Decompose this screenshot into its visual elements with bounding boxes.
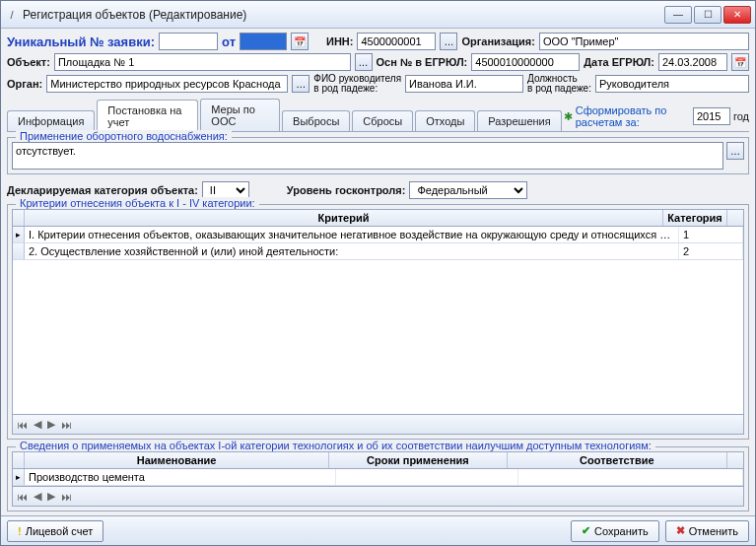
app-icon: / [5, 9, 19, 21]
table-row[interactable]: ▸ Производство цемента [13, 469, 743, 486]
inn-label: ИНН: [326, 35, 353, 47]
tech-col-match[interactable]: Соответствие [508, 452, 727, 468]
criteria-col-criterion[interactable]: Критерий [25, 210, 663, 226]
nav-last-icon[interactable]: ⏭ [61, 419, 72, 431]
save-button[interactable]: ✔ Сохранить [571, 520, 659, 542]
cancel-button[interactable]: ✖ Отменить [665, 520, 749, 542]
oborot-legend: Применение оборотного водоснабжения: [16, 130, 232, 142]
tab-info[interactable]: Информация [7, 110, 95, 131]
criteria-fieldset: Критерии отнесения объекта к I - IV кате… [7, 204, 749, 440]
row-indicator-icon: ▸ [13, 227, 25, 242]
tech-col-name[interactable]: Наименование [25, 452, 329, 468]
nav-first-icon[interactable]: ⏮ [17, 419, 28, 431]
uniq-label: Уникальный № заявки: [7, 34, 155, 49]
tab-permits[interactable]: Разрешения [477, 110, 561, 131]
inn-input[interactable] [357, 33, 436, 50]
oborot-fieldset: Применение оборотного водоснабжения: отс… [7, 137, 749, 174]
pos-label: Должность в род падеже: [527, 74, 591, 94]
tab-registration[interactable]: Постановка на учет [97, 100, 198, 132]
tab-oos[interactable]: Меры по ООС [200, 99, 280, 131]
footer: ! Лицевой счет ✔ Сохранить ✖ Отменить [1, 515, 755, 545]
row-indicator-icon: ▸ [13, 469, 25, 485]
criteria-col-category[interactable]: Категория [663, 210, 727, 226]
org-input[interactable] [539, 33, 749, 50]
ot-label: от [222, 34, 236, 49]
calc-suffix: год [733, 110, 749, 122]
maximize-button[interactable]: ☐ [694, 6, 722, 24]
tech-fieldset: Сведения о применяемых на объектах I-ой … [7, 446, 749, 512]
tab-discharges[interactable]: Сбросы [352, 110, 413, 131]
nav-prev-icon[interactable]: ◀ [34, 490, 41, 503]
window-title: Регистрация объектов (Редактирование) [23, 8, 664, 22]
calc-year-input[interactable] [693, 107, 730, 125]
calc-link[interactable]: Сформировать по расчетам за: [576, 104, 690, 128]
organ-input[interactable] [46, 75, 288, 93]
tech-grid: Наименование Сроки применения Соответств… [12, 451, 744, 487]
organ-lookup-button[interactable]: … [292, 75, 309, 93]
nav-next-icon[interactable]: ▶ [47, 490, 55, 503]
date-egrul-picker[interactable]: 📅 [731, 53, 749, 71]
date-egrul-label: Дата ЕГРЮЛ: [584, 56, 654, 68]
level-label: Уровень госконтроля: [287, 184, 406, 196]
osn-input[interactable] [471, 53, 580, 71]
pos-input[interactable] [595, 75, 749, 93]
inn-lookup-button[interactable]: … [440, 33, 457, 50]
minimize-button[interactable]: — [664, 6, 692, 24]
date-from-input[interactable] [240, 33, 287, 50]
nav-first-icon[interactable]: ⏮ [17, 491, 28, 503]
object-label: Объект: [7, 56, 50, 68]
org-label: Организация: [461, 35, 534, 47]
account-button[interactable]: ! Лицевой счет [7, 520, 103, 542]
nav-next-icon[interactable]: ▶ [47, 418, 55, 431]
tech-navbar[interactable]: ⏮ ◀ ▶ ⏭ [12, 487, 744, 507]
tech-legend: Сведения о применяемых на объектах I-ой … [16, 440, 655, 451]
object-lookup-button[interactable]: … [355, 53, 373, 71]
criteria-legend: Критерии отнесения объекта к I - IV кате… [16, 197, 259, 209]
fio-label: ФИО руководителя в род падеже: [313, 74, 401, 94]
cancel-icon: ✖ [676, 524, 685, 537]
criteria-grid: Критерий Категория ▸ I. Критерии отнесен… [12, 209, 744, 415]
criteria-navbar[interactable]: ⏮ ◀ ▶ ⏭ [12, 415, 744, 435]
cat-label: Декларируемая категория объекта: [7, 184, 198, 196]
tech-col-term[interactable]: Сроки применения [329, 452, 508, 468]
organ-label: Орган: [7, 78, 42, 90]
object-input[interactable] [54, 53, 351, 71]
nav-last-icon[interactable]: ⏭ [61, 491, 72, 503]
osn-label: Осн № в ЕГРЮЛ: [377, 56, 468, 68]
close-button[interactable]: ✕ [723, 6, 751, 24]
uniq-input[interactable] [159, 33, 218, 50]
date-egrul-input[interactable] [658, 53, 727, 71]
tab-waste[interactable]: Отходы [415, 110, 475, 131]
fio-input[interactable] [405, 75, 523, 93]
date-picker-button[interactable]: 📅 [291, 33, 309, 50]
window: / Регистрация объектов (Редактирование) … [0, 0, 756, 546]
tabs: Информация Постановка на учет Меры по ОО… [7, 99, 749, 132]
tab-emissions[interactable]: Выбросы [282, 110, 350, 131]
oborot-textarea[interactable]: отсутствует. [12, 142, 723, 170]
nav-prev-icon[interactable]: ◀ [34, 418, 41, 431]
check-icon: ✔ [582, 524, 590, 537]
oborot-expand-button[interactable]: … [726, 142, 744, 160]
level-select[interactable]: Федеральный [409, 181, 527, 199]
warning-icon: ! [18, 525, 22, 537]
table-row[interactable]: ▸ I. Критерии отнесения объектов, оказыв… [13, 227, 743, 243]
titlebar: / Регистрация объектов (Редактирование) … [1, 1, 755, 29]
table-row[interactable]: 2. Осуществление хозяйственной и (или) и… [13, 243, 743, 260]
gear-icon: ✱ [564, 110, 573, 123]
